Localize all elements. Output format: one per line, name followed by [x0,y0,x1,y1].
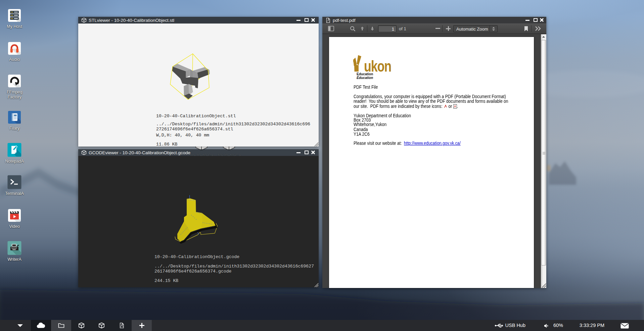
svg-text:Education: Education [357,72,373,76]
svg-text:Éducation: Éducation [357,76,373,80]
